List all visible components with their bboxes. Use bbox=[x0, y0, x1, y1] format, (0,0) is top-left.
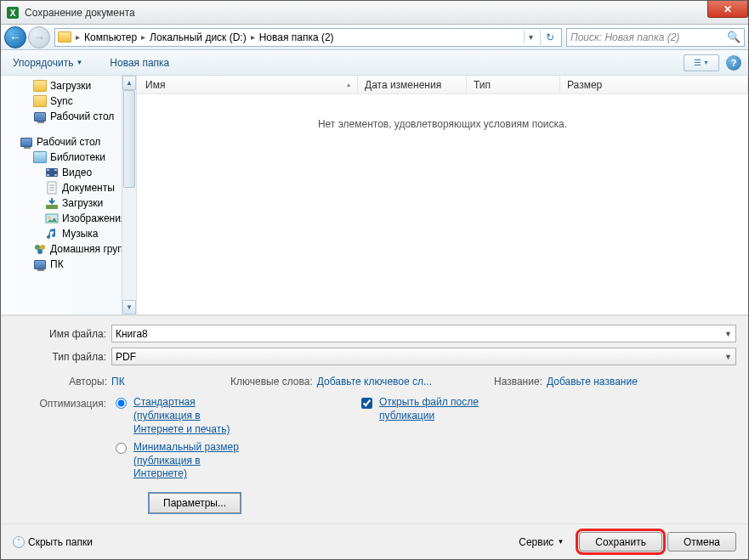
cancel-button[interactable]: Отмена bbox=[667, 532, 736, 552]
breadcrumb-item[interactable]: Компьютер bbox=[82, 31, 139, 43]
svg-rect-4 bbox=[47, 174, 49, 176]
homegroup-icon bbox=[33, 243, 47, 255]
doc-title-value[interactable]: Добавьте название bbox=[547, 376, 638, 387]
save-button[interactable]: Сохранить bbox=[579, 532, 662, 552]
breadcrumb-item[interactable]: Новая папка (2) bbox=[257, 31, 337, 43]
chevron-up-icon: ˄ bbox=[13, 536, 25, 548]
keywords-label: Ключевые слова: bbox=[230, 376, 317, 387]
nav-back-button[interactable]: ← bbox=[4, 26, 26, 48]
address-bar[interactable]: ▸ Компьютер ▸ Локальный диск (D:) ▸ Нова… bbox=[54, 28, 562, 47]
radio-minimum-input[interactable] bbox=[116, 443, 127, 454]
checkbox-open-after-input[interactable] bbox=[361, 398, 372, 409]
arrow-right-icon: → bbox=[33, 31, 45, 44]
save-options-panel: Имя файла: Книга8▼ Тип файла: PDF▼ Автор… bbox=[1, 315, 748, 523]
chevron-down-icon: ▼ bbox=[724, 330, 732, 338]
column-date[interactable]: Дата изменения bbox=[358, 76, 467, 93]
radio-minimum[interactable]: Минимальный размер (публикация в Интерне… bbox=[111, 441, 239, 481]
downloads-icon bbox=[45, 197, 59, 209]
tree-item[interactable]: Рабочий стол bbox=[3, 109, 136, 124]
doc-title-label: Название: bbox=[494, 376, 547, 387]
scroll-down-button[interactable]: ▼ bbox=[122, 300, 136, 314]
nav-forward-button[interactable]: → bbox=[28, 26, 50, 48]
tree-item-libraries[interactable]: Библиотеки bbox=[3, 150, 136, 165]
radio-standard[interactable]: Стандартная (публикация в Интернете и пе… bbox=[111, 396, 239, 436]
authors-value[interactable]: ПК bbox=[111, 376, 125, 387]
tree-item-pc[interactable]: ПК bbox=[3, 257, 136, 272]
column-size[interactable]: Размер bbox=[560, 76, 748, 93]
checkbox-open-after[interactable]: Открыть файл после публикации bbox=[358, 396, 490, 422]
svg-rect-3 bbox=[47, 169, 49, 171]
chevron-icon: ▸ bbox=[139, 32, 147, 42]
column-name[interactable]: Имя▴ bbox=[137, 76, 358, 93]
svg-text:X: X bbox=[10, 8, 16, 18]
view-options-button[interactable]: ☰▼ bbox=[684, 54, 719, 71]
refresh-icon: ↻ bbox=[546, 31, 554, 43]
tree-item[interactable]: Изображения bbox=[3, 211, 136, 226]
radio-standard-input[interactable] bbox=[116, 398, 127, 409]
svg-rect-6 bbox=[54, 174, 57, 176]
parameters-button[interactable]: Параметры... bbox=[149, 493, 241, 513]
tree-item[interactable]: Документы bbox=[3, 180, 136, 195]
computer-icon bbox=[34, 260, 46, 269]
nav-bar: ← → ▸ Компьютер ▸ Локальный диск (D:) ▸ … bbox=[1, 25, 748, 50]
empty-message: Нет элементов, удовлетворяющих условиям … bbox=[137, 94, 748, 154]
tree-item[interactable]: Sync bbox=[3, 93, 136, 109]
tree-item[interactable]: Загрузки bbox=[3, 78, 136, 93]
file-list-area: Имя▴ Дата изменения Тип Размер Нет элеме… bbox=[137, 76, 748, 314]
keywords-value[interactable]: Добавьте ключевое сл... bbox=[317, 376, 432, 387]
svg-point-16 bbox=[37, 249, 43, 254]
sidebar-scrollbar[interactable]: ▲ ▼ bbox=[122, 76, 136, 314]
folder-icon bbox=[58, 31, 71, 42]
window-title: Сохранение документа bbox=[25, 7, 135, 19]
dialog-footer: ˄ Скрыть папки Сервис▼ Сохранить Отмена bbox=[1, 523, 748, 559]
filetype-label: Тип файла: bbox=[13, 351, 111, 363]
refresh-button[interactable]: ↻ bbox=[540, 28, 559, 47]
tree-item[interactable]: Видео bbox=[3, 165, 136, 180]
authors-label: Авторы: bbox=[13, 376, 111, 387]
search-input[interactable]: Поиск: Новая папка (2) 🔍 bbox=[566, 28, 745, 47]
tools-dropdown[interactable]: Сервис▼ bbox=[519, 536, 564, 548]
filename-label: Имя файла: bbox=[13, 328, 111, 340]
chevron-down-icon: ▼ bbox=[76, 59, 82, 66]
column-type[interactable]: Тип bbox=[467, 76, 560, 93]
filename-input[interactable]: Книга8▼ bbox=[111, 325, 736, 342]
search-icon: 🔍 bbox=[727, 31, 740, 43]
chevron-down-icon: ▼ bbox=[557, 538, 564, 546]
svg-point-13 bbox=[48, 217, 51, 219]
folder-tree: Загрузки Sync Рабочий стол Рабочий стол … bbox=[1, 76, 137, 314]
images-icon bbox=[45, 212, 59, 224]
list-icon: ☰ bbox=[694, 58, 701, 67]
titlebar: X Сохранение документа ✕ bbox=[1, 1, 748, 25]
tree-item[interactable]: Загрузки bbox=[3, 195, 136, 211]
toolbar: Упорядочить▼ Новая папка ☰▼ ? bbox=[1, 50, 748, 76]
tree-item[interactable]: Музыка bbox=[3, 226, 136, 241]
hide-folders-button[interactable]: ˄ Скрыть папки bbox=[13, 536, 93, 548]
tree-item-homegroup[interactable]: Домашняя групп bbox=[3, 241, 136, 257]
scroll-up-button[interactable]: ▲ bbox=[122, 76, 136, 90]
arrow-left-icon: ← bbox=[9, 31, 21, 44]
close-button[interactable]: ✕ bbox=[707, 1, 748, 18]
sort-asc-icon: ▴ bbox=[347, 81, 350, 88]
save-dialog-window: X Сохранение документа ✕ ← → ▸ Компьютер… bbox=[0, 0, 749, 560]
chevron-icon: ▸ bbox=[74, 32, 82, 42]
help-button[interactable]: ? bbox=[726, 55, 741, 71]
libraries-icon bbox=[33, 151, 47, 163]
organize-button[interactable]: Упорядочить▼ bbox=[8, 54, 88, 72]
search-placeholder: Поиск: Новая папка (2) bbox=[570, 31, 727, 43]
desktop-icon bbox=[34, 112, 46, 122]
svg-rect-5 bbox=[54, 169, 57, 171]
column-headers: Имя▴ Дата изменения Тип Размер bbox=[137, 76, 748, 94]
new-folder-button[interactable]: Новая папка bbox=[105, 54, 174, 72]
dropdown-icon[interactable]: ▾ bbox=[524, 30, 537, 44]
body-area: Загрузки Sync Рабочий стол Рабочий стол … bbox=[1, 76, 748, 315]
document-icon bbox=[45, 182, 59, 194]
filetype-select[interactable]: PDF▼ bbox=[111, 348, 736, 365]
breadcrumb-item[interactable]: Локальный диск (D:) bbox=[147, 31, 249, 43]
svg-rect-11 bbox=[46, 205, 58, 209]
desktop-icon bbox=[20, 138, 32, 147]
app-icon: X bbox=[6, 6, 20, 20]
chevron-icon: ▸ bbox=[249, 32, 257, 42]
scroll-thumb[interactable] bbox=[123, 90, 135, 188]
folder-icon bbox=[33, 80, 47, 92]
tree-item-desktop[interactable]: Рабочий стол bbox=[3, 134, 136, 150]
